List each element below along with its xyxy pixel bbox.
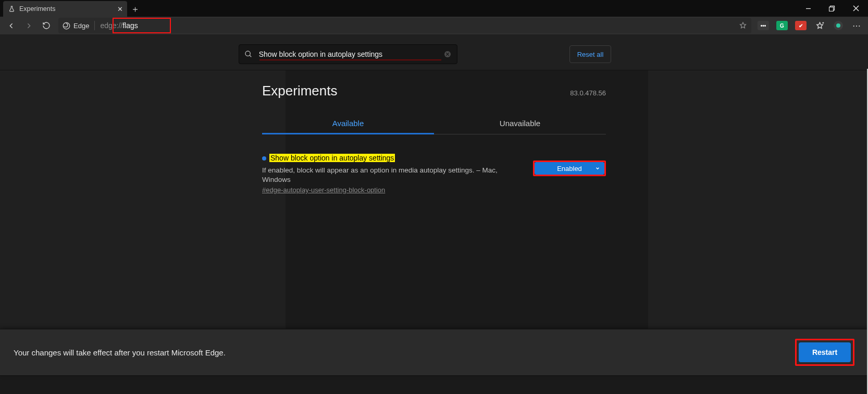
favorites-button[interactable]	[812, 18, 827, 33]
flag-search-box[interactable]	[239, 44, 457, 64]
reset-all-label: Reset all	[577, 51, 604, 58]
close-tab-icon[interactable]: ✕	[117, 5, 123, 13]
tab-unavailable[interactable]: Unavailable	[434, 114, 606, 134]
browser-tab[interactable]: Experiments ✕	[3, 1, 127, 17]
maximize-button[interactable]	[820, 0, 844, 17]
flag-title: Show block option in autoplay settings	[269, 154, 395, 162]
below-banner-area	[0, 376, 868, 394]
flag-entry: Show block option in autoplay settings I…	[262, 153, 606, 194]
flag-modified-dot-icon	[262, 156, 266, 161]
version-label: 83.0.478.56	[570, 89, 606, 97]
toolbar: Edge edge://flags ••• G ✔ ⋯	[0, 17, 868, 34]
flag-state-value: Enabled	[557, 165, 582, 173]
experiments-panel: Experiments 83.0.478.56 Available Unavai…	[262, 70, 606, 194]
new-tab-button[interactable]: ＋	[127, 1, 143, 17]
url-scheme: edge://	[100, 21, 122, 30]
favorite-icon[interactable]	[739, 21, 747, 30]
chevron-down-icon	[595, 166, 600, 171]
flag-anchor-link[interactable]: #edge-autoplay-user-setting-block-option	[262, 186, 385, 194]
url-path: flags	[122, 21, 138, 30]
annotation-highlight-select: Enabled	[533, 161, 606, 176]
tab-title: Experiments	[19, 5, 55, 13]
refresh-button[interactable]	[39, 18, 54, 33]
tab-available[interactable]: Available	[262, 114, 434, 134]
window-controls	[796, 0, 868, 17]
divider	[94, 21, 95, 30]
reset-all-button[interactable]: Reset all	[569, 45, 612, 63]
extension-lastpass-icon[interactable]: •••	[755, 18, 771, 33]
more-menu-button[interactable]: ⋯	[849, 18, 865, 33]
site-identity: Edge	[63, 22, 89, 30]
search-icon	[244, 50, 253, 58]
restart-message: Your changes will take effect after you …	[14, 348, 226, 357]
page-title: Experiments	[262, 83, 338, 99]
close-window-button[interactable]	[844, 0, 868, 17]
clear-search-icon[interactable]	[443, 50, 452, 58]
flag-description: If enabled, block will appear as an opti…	[262, 166, 524, 184]
extension-todoist-icon[interactable]: ✔	[793, 18, 809, 33]
profile-button[interactable]	[830, 18, 846, 33]
flag-search-input[interactable]	[258, 50, 438, 59]
svg-line-9	[250, 55, 251, 57]
flag-state-select[interactable]: Enabled	[535, 162, 604, 175]
extension-grammarly-icon[interactable]: G	[774, 18, 790, 33]
identity-label: Edge	[73, 22, 89, 30]
annotation-highlight-restart: Restart	[795, 339, 854, 366]
address-bar[interactable]: Edge edge://flags	[58, 18, 751, 33]
url-text: edge://flags	[100, 21, 138, 30]
titlebar: Experiments ✕ ＋	[0, 0, 868, 17]
content-shell: Experiments 83.0.478.56 Available Unavai…	[0, 70, 868, 394]
forward-button[interactable]	[21, 18, 36, 33]
minimize-button[interactable]	[796, 0, 820, 17]
tabs: Available Unavailable	[262, 114, 606, 134]
svg-point-8	[245, 51, 250, 56]
page: Reset all Experiments 83.0.478.56 Availa…	[0, 34, 868, 394]
search-row: Reset all	[0, 34, 868, 70]
restart-button-label: Restart	[812, 348, 837, 356]
restart-button[interactable]: Restart	[799, 342, 851, 362]
back-button[interactable]	[3, 18, 19, 33]
flask-icon	[8, 5, 15, 13]
svg-rect-2	[829, 7, 834, 11]
annotation-underline-search	[259, 59, 441, 60]
restart-banner: Your changes will take effect after you …	[0, 329, 868, 376]
